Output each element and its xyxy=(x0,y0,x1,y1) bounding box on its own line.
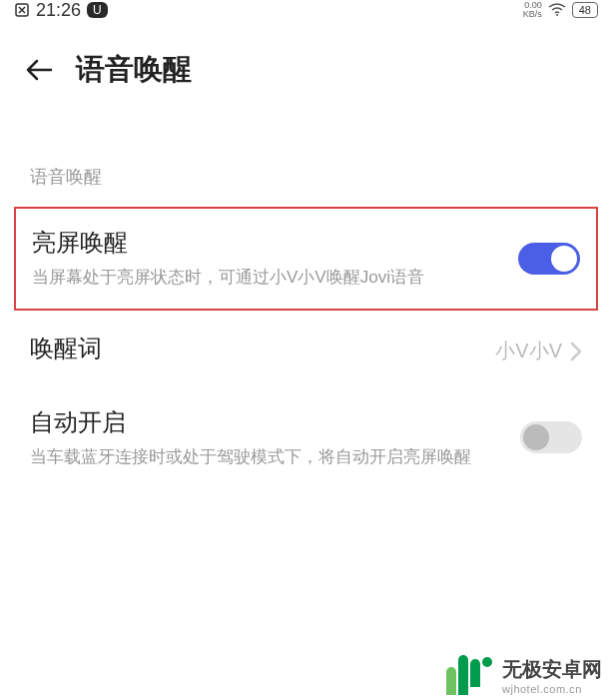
item-title: 自动开启 xyxy=(30,406,500,438)
section-label: 语音唤醒 xyxy=(0,110,612,207)
setting-screen-on-wake[interactable]: 亮屏唤醒 当屏幕处于亮屏状态时，可通过小V小V唤醒Jovi语音 xyxy=(14,207,598,311)
wake-word-value: 小V小V xyxy=(495,338,562,364)
status-bar: 21:26 U 0.00 KB/s 48 xyxy=(0,0,612,20)
watermark-cn: 无极安卓网 xyxy=(502,656,602,683)
watermark-logo-icon xyxy=(446,655,492,695)
status-left: 21:26 U xyxy=(14,0,108,21)
status-time: 21:26 xyxy=(36,0,81,21)
chevron-right-icon xyxy=(570,342,582,361)
status-right: 0.00 KB/s 48 xyxy=(523,1,598,19)
alarm-icon xyxy=(14,2,30,18)
page-header: 语音唤醒 xyxy=(0,20,612,110)
wifi-icon xyxy=(548,3,566,17)
screen-on-wake-toggle[interactable] xyxy=(518,243,580,275)
back-button[interactable] xyxy=(24,55,54,85)
watermark-en: wjhotel.com.cn xyxy=(502,683,602,695)
setting-auto-enable[interactable]: 自动开启 当车载蓝牙连接时或处于驾驶模式下，将自动开启亮屏唤醒 xyxy=(0,388,612,488)
status-badge: U xyxy=(87,2,108,18)
item-value-group: 小V小V xyxy=(495,338,582,364)
page-title: 语音唤醒 xyxy=(76,50,192,90)
watermark-text: 无极安卓网 wjhotel.com.cn xyxy=(502,656,602,695)
watermark: 无极安卓网 wjhotel.com.cn xyxy=(446,655,602,695)
item-title: 唤醒词 xyxy=(30,333,475,364)
net-speed: 0.00 KB/s xyxy=(523,1,542,19)
item-subtitle: 当屏幕处于亮屏状态时，可通过小V小V唤醒Jovi语音 xyxy=(32,265,498,291)
auto-enable-toggle[interactable] xyxy=(520,421,582,453)
item-text: 亮屏唤醒 当屏幕处于亮屏状态时，可通过小V小V唤醒Jovi语音 xyxy=(32,227,518,291)
setting-wake-word[interactable]: 唤醒词 小V小V xyxy=(0,315,612,388)
item-title: 亮屏唤醒 xyxy=(32,227,498,259)
back-arrow-icon xyxy=(25,59,53,81)
toggle-knob xyxy=(523,424,549,450)
item-subtitle: 当车载蓝牙连接时或处于驾驶模式下，将自动开启亮屏唤醒 xyxy=(30,444,500,470)
battery-level: 48 xyxy=(572,2,598,18)
item-text: 自动开启 当车载蓝牙连接时或处于驾驶模式下，将自动开启亮屏唤醒 xyxy=(30,406,520,470)
toggle-knob xyxy=(551,246,577,272)
item-text: 唤醒词 xyxy=(30,333,495,370)
svg-point-1 xyxy=(556,14,558,16)
